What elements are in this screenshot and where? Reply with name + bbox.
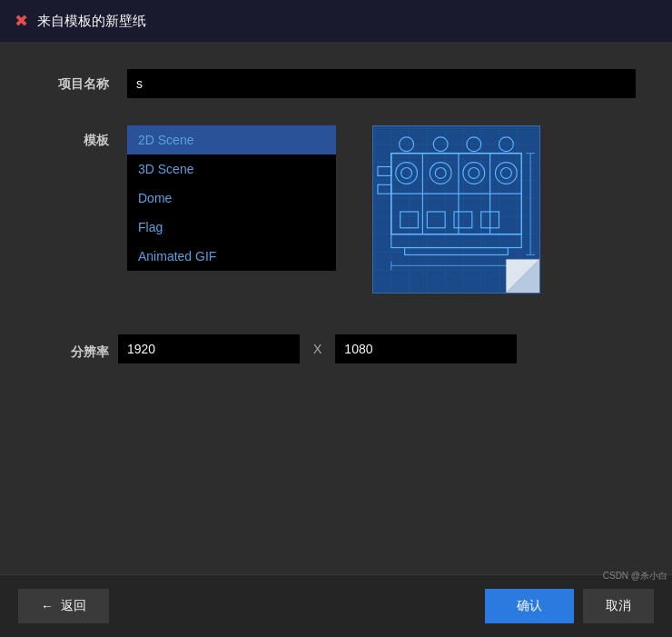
title-bar: ✖ 来自模板的新壁纸 bbox=[0, 0, 672, 42]
resolution-label: 分辨率 bbox=[36, 337, 109, 361]
template-label: 模板 bbox=[36, 125, 109, 149]
cancel-button[interactable]: 取消 bbox=[583, 589, 654, 623]
template-list: 2D Scene 3D Scene Dome Flag Animated GIF bbox=[127, 125, 336, 271]
template-item-animated-gif[interactable]: Animated GIF bbox=[127, 242, 336, 271]
resolution-separator: X bbox=[309, 342, 326, 356]
resolution-width-input[interactable] bbox=[118, 334, 300, 363]
template-item-3d-scene[interactable]: 3D Scene bbox=[127, 154, 336, 184]
dialog-content: 项目名称 模板 2D Scene 3D Scene Dome Flag Anim… bbox=[0, 42, 672, 574]
template-preview bbox=[372, 125, 554, 307]
resolution-row: 分辨率 X bbox=[36, 334, 636, 363]
template-item-dome[interactable]: Dome bbox=[127, 184, 336, 213]
footer: ← 返回 确认 取消 bbox=[0, 574, 672, 637]
back-button[interactable]: ← 返回 bbox=[18, 589, 109, 623]
confirm-button[interactable]: 确认 bbox=[485, 589, 574, 623]
watermark: CSDN @杀小白 bbox=[603, 570, 667, 582]
project-name-row: 项目名称 bbox=[36, 69, 636, 98]
project-name-input[interactable] bbox=[127, 69, 636, 98]
title-icon: ✖ bbox=[15, 11, 28, 31]
template-item-2d-scene[interactable]: 2D Scene bbox=[127, 125, 336, 154]
back-arrow-icon: ← bbox=[41, 599, 54, 613]
resolution-height-input[interactable] bbox=[335, 334, 517, 363]
dialog-title: 来自模板的新壁纸 bbox=[37, 13, 146, 30]
back-label: 返回 bbox=[61, 598, 86, 614]
footer-right-buttons: 确认 取消 bbox=[485, 589, 654, 623]
blueprint-image bbox=[372, 125, 540, 294]
new-wallpaper-dialog: ✖ 来自模板的新壁纸 项目名称 模板 2D Scene 3D Scene Dom… bbox=[0, 0, 672, 637]
template-row: 模板 2D Scene 3D Scene Dome Flag Animated … bbox=[36, 125, 636, 307]
template-item-flag[interactable]: Flag bbox=[127, 213, 336, 242]
blueprint-svg bbox=[373, 126, 539, 293]
project-name-label: 项目名称 bbox=[36, 69, 109, 93]
